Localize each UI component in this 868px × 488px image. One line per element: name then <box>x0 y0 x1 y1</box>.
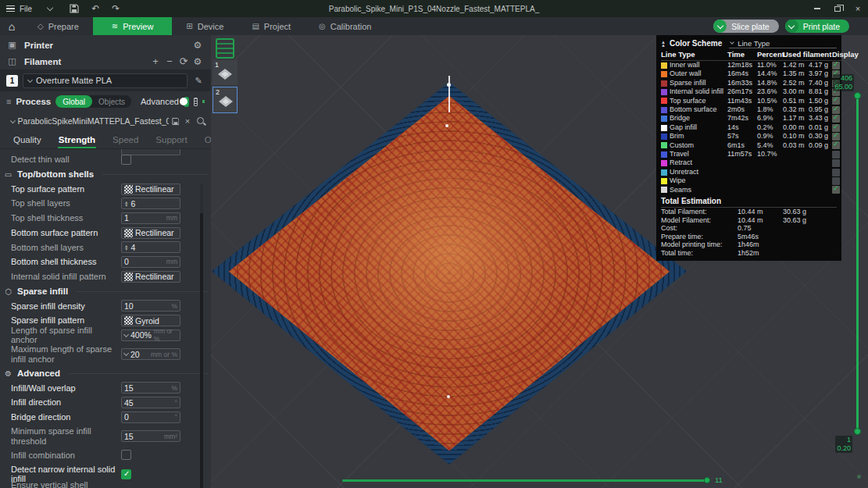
save-preset-icon[interactable] <box>172 117 180 126</box>
section-sparse-infill[interactable]: ⬡Sparse infill <box>0 284 211 299</box>
scope-objects-button[interactable]: Objects <box>92 98 131 106</box>
input-field[interactable]: 0mm <box>121 256 180 268</box>
pattern-field[interactable]: Rectilinear <box>121 271 180 283</box>
tab-prepare[interactable]: ◇Prepare <box>23 17 93 35</box>
tab-speed[interactable]: Speed <box>104 135 147 148</box>
checkbox-checked[interactable] <box>121 469 131 479</box>
tab-support[interactable]: Support <box>147 135 195 148</box>
line-type-time: 12m18s <box>727 61 757 69</box>
estimation-value-2 <box>783 233 830 241</box>
filament-settings-gear-icon[interactable]: ⚙ <box>191 56 205 67</box>
layer-slider-bottom-handle[interactable] <box>854 428 861 435</box>
line-type-time: 7m42s <box>727 114 757 123</box>
file-menu[interactable]: File <box>20 5 32 13</box>
spinner-arrows-icon[interactable]: ▲▼ <box>124 244 128 251</box>
line-type-percent: 14.8% <box>757 79 783 87</box>
pattern-field[interactable]: Gyroid <box>121 315 180 326</box>
printer-row[interactable]: ▣ Printer ⚙ <box>0 37 211 53</box>
section-advanced[interactable]: ⚙Advanced <box>0 366 211 381</box>
tab-calibration[interactable]: ◎Calibration <box>305 17 385 35</box>
display-checkbox-checked[interactable] <box>832 141 840 149</box>
spinner-field[interactable]: ▲▼4 <box>121 241 180 253</box>
preset-name[interactable]: ParabolicSpikeMiniMATTEPLA_Fastest_04N..… <box>18 116 169 126</box>
close-button[interactable]: × <box>848 0 868 17</box>
setting-label: Maximum length of sparse infill anchor <box>11 344 119 364</box>
input-field[interactable]: 15% <box>121 382 180 394</box>
print-dropdown-icon[interactable] <box>785 20 798 33</box>
pattern-field[interactable]: Rectilinear <box>121 183 180 195</box>
settings-scrollbar-thumb[interactable] <box>200 213 203 488</box>
section-top-bottom-shells[interactable]: ▭Top/bottom shells <box>0 167 211 182</box>
filament-slot-badge[interactable]: 1 <box>6 75 18 87</box>
move-slider-handle[interactable] <box>704 477 710 483</box>
plate-logo-icon[interactable] <box>216 38 234 59</box>
sync-filament-icon[interactable]: ⟳ <box>177 55 191 67</box>
estimation-value: 0.75 <box>738 224 783 233</box>
tab-others[interactable]: Others <box>196 135 211 148</box>
estimation-value: 5m46s <box>738 233 783 241</box>
edit-filament-icon[interactable]: ✎ <box>192 76 205 86</box>
col-line-type: Line Type <box>661 49 727 61</box>
display-checkbox-unchecked[interactable] <box>832 151 840 159</box>
input-field[interactable]: 15mm² <box>121 430 180 442</box>
line-type-name: Internal solid infill <box>670 87 727 96</box>
section-rule <box>102 174 208 175</box>
display-checkbox-unchecked[interactable] <box>832 169 840 176</box>
tab-project[interactable]: ▤Project <box>238 17 305 35</box>
home-button[interactable]: ⌂ <box>0 17 23 35</box>
tab-preview[interactable]: ≋Preview <box>93 17 173 35</box>
collapse-panel-icon[interactable]: ▲▲ <box>661 41 666 47</box>
view-mode-dropdown[interactable]: Line Type <box>729 38 837 48</box>
tab-quality[interactable]: Quality <box>5 135 50 148</box>
remove-filament-button[interactable]: − <box>163 55 177 67</box>
parameter-list-icon[interactable] <box>194 98 198 106</box>
viewport-3d[interactable]: 12 ▲▲ Color Scheme Line Type Line Type T… <box>211 35 868 488</box>
input-field[interactable]: 45° <box>121 397 180 408</box>
print-plate-button[interactable]: Print plate <box>785 20 849 33</box>
dropdown-field[interactable]: 400%mm or % <box>121 329 180 341</box>
slice-plate-button[interactable]: Slice plate <box>713 20 778 33</box>
section-rule <box>69 373 208 374</box>
chevron-down-icon <box>27 77 33 82</box>
setting-row: Top surface patternRectilinear <box>0 182 211 197</box>
pattern-field[interactable]: Rectilinear <box>121 227 180 239</box>
objects-view-icon[interactable] <box>202 97 205 106</box>
plate-number: 2 <box>216 88 220 96</box>
spinner-field[interactable]: ▲▼6 <box>121 198 180 209</box>
checkbox-unchecked[interactable] <box>121 450 131 460</box>
printer-settings-gear-icon[interactable]: ⚙ <box>191 40 205 51</box>
input-field[interactable]: 10% <box>121 300 180 312</box>
display-checkbox-unchecked[interactable] <box>832 159 840 167</box>
layer-slider-track[interactable] <box>856 95 859 431</box>
tab-device[interactable]: ⊞Device <box>172 17 238 35</box>
redo-icon[interactable]: ↷ <box>112 3 120 14</box>
chevron-down-icon[interactable] <box>47 4 53 10</box>
plate-thumbnail-1[interactable]: 1 <box>213 60 238 85</box>
save-icon[interactable] <box>70 4 79 13</box>
filament-row[interactable]: ◫ Filament + − ⟳ ⚙ <box>0 53 211 69</box>
delete-preset-icon[interactable]: × <box>182 116 192 126</box>
search-icon[interactable] <box>196 116 205 126</box>
input-field[interactable]: 0° <box>121 411 180 423</box>
move-slider-track[interactable] <box>342 479 707 482</box>
advanced-toggle[interactable] <box>184 97 189 107</box>
chevron-down-icon[interactable] <box>10 118 16 123</box>
spinner-arrows-icon[interactable]: ▲▼ <box>124 201 128 207</box>
scope-global-button[interactable]: Global <box>55 95 92 108</box>
input-field[interactable]: 1mm <box>121 212 180 224</box>
checkbox-unchecked[interactable] <box>121 155 131 165</box>
slice-dropdown-icon[interactable] <box>713 20 727 33</box>
filament-combobox[interactable]: Overture Matte PLA <box>23 73 188 88</box>
restore-button[interactable] <box>827 0 848 17</box>
sliced-model-brim[interactable] <box>212 82 687 465</box>
menu-icon[interactable] <box>6 5 15 12</box>
dropdown-field[interactable]: 20mm or % <box>121 348 180 360</box>
display-checkbox-checked[interactable] <box>832 186 840 194</box>
line-type-time: 57s <box>727 132 757 141</box>
tab-strength[interactable]: Strength <box>50 135 104 148</box>
minimize-button[interactable] <box>807 0 827 17</box>
layer-slider-top-handle[interactable] <box>854 92 861 99</box>
plate-thumbnail-2[interactable]: 2 <box>213 87 238 113</box>
add-filament-button[interactable]: + <box>148 55 163 67</box>
undo-icon[interactable]: ↶ <box>91 3 99 14</box>
